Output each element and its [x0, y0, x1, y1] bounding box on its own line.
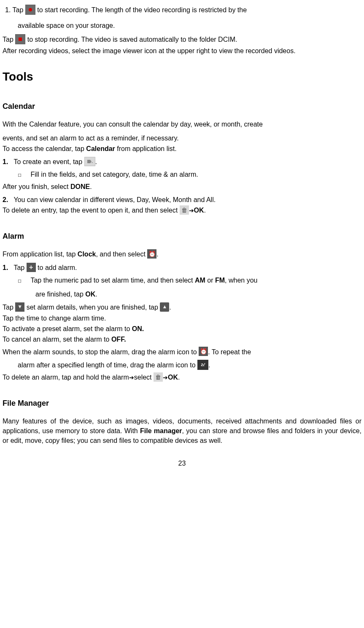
alarm-heading: Alarm: [3, 231, 361, 242]
chevron-down-icon: ▼: [15, 302, 24, 312]
trash-icon: 🗑: [180, 205, 189, 215]
alarm-bullet-or: or: [205, 277, 215, 284]
cal-del-pre: To delete an entry, tap the event to ope…: [3, 207, 180, 214]
cal-step2: 2. You can view calendar in different vi…: [3, 195, 361, 205]
alarm-from: From application list, tap Clock, and th…: [3, 249, 361, 259]
alarm-bullet-cont-pre: are finished, tap: [35, 291, 85, 298]
cal-step1-pre: To create an event, tap: [13, 158, 84, 165]
arrow-icon: ➔: [189, 206, 194, 215]
alarm-cancel: To cancel an alarm, set the alarm to OFF…: [3, 334, 361, 344]
alarm-step1-post: to add alarm.: [38, 264, 77, 271]
alarm-act-on: ON.: [132, 325, 144, 332]
cal-step2-num: 2.: [3, 196, 8, 203]
trash-icon: 🗑: [154, 372, 163, 382]
cal-after-finish: After you finish, select DONE.: [3, 182, 361, 191]
tools-heading: Tools: [3, 68, 361, 86]
alarm-tap-time: Tap the time to change alarm time.: [3, 313, 361, 323]
page-number: 23: [3, 458, 361, 468]
alarm-details: Tap ▼ set alarm details, when you are fi…: [3, 302, 361, 313]
alarm-bullet-content: Tap the numeric pad to set alarm time, a…: [30, 275, 257, 285]
alarm-del-ok: OK: [168, 374, 178, 381]
alarm-det-mid: set alarm details, when you are finished…: [27, 304, 160, 311]
cal-after-pre: After you finish, select: [3, 183, 70, 190]
snooze-icon: zzz: [197, 360, 208, 370]
cal-step1-num: 1.: [3, 158, 8, 165]
alarm-repeat-pre: alarm after a specified length of time, …: [18, 361, 197, 369]
cal-intro1: With the Calendar feature, you can consu…: [3, 119, 361, 129]
alarm-repeat: alarm after a specified length of time, …: [3, 360, 361, 371]
plus-icon: +: [27, 263, 36, 272]
alarm-bullet-pre: Tap the numeric pad to set alarm time, a…: [30, 277, 195, 284]
cal-access-post: from application list.: [115, 145, 177, 152]
cal-del-post: .: [204, 207, 206, 214]
rec-step1-pre: 1. Tap: [5, 6, 25, 13]
page: 1. Tap to start recording. The length of…: [0, 0, 364, 628]
alarm-bullet-cont-post: .: [95, 291, 97, 298]
arrow-icon: ➔: [129, 373, 134, 382]
cal-step2-text: You can view calendar in different views…: [13, 196, 216, 203]
rec-after: After recording videos, select the image…: [3, 46, 361, 56]
cal-access-pre: To access the calendar, tap: [3, 145, 86, 152]
rec-stop-pre: Tap: [3, 36, 15, 43]
rec-stop-post: to stop recording. The video is saved au…: [27, 36, 237, 43]
alarm-bullet-am: AM: [195, 277, 205, 284]
chevron-up-icon: ▲: [160, 302, 169, 312]
dismiss-alarm-icon: ⏰: [199, 347, 208, 356]
bullet-marker: ☐: [18, 170, 21, 179]
alarm-delete: To delete an alarm, tap and hold the ala…: [3, 372, 361, 383]
alarm-bullet-cont: are finished, tap OK.: [3, 289, 361, 299]
rec-step1-post: to start recording. The length of the vi…: [37, 6, 247, 13]
alarm-repeat-post: .: [208, 361, 210, 369]
cal-access: To access the calendar, tap Calendar fro…: [3, 144, 361, 154]
alarm-from-post: .: [156, 251, 158, 258]
cal-step1: 1. To create an event, tap + .: [3, 157, 361, 167]
alarm-sounds-pre: When the alarm sounds, to stop the alarm…: [3, 348, 199, 356]
alarm-bullet-fm: FM: [215, 277, 225, 284]
cal-delete: To delete an entry, tap the event to ope…: [3, 205, 361, 216]
record-icon: [25, 5, 35, 15]
stop-icon: [15, 34, 25, 44]
rec-step1-cont: available space on your storage.: [3, 21, 361, 30]
cal-access-bold: Calendar: [86, 145, 115, 152]
alarm-activate: To activate a preset alarm, set the alar…: [3, 324, 361, 334]
cal-after-post: .: [90, 183, 92, 190]
alarm-step1: 1. Tap + to add alarm.: [3, 263, 361, 273]
cal-step1-post: .: [95, 158, 97, 165]
rec-stop-line: Tap to stop recording. The video is save…: [3, 35, 361, 45]
cal-after-bold: DONE: [70, 183, 90, 190]
alarm-det-post: .: [169, 304, 171, 311]
svg-text:+: +: [92, 161, 93, 164]
filemanager-body: Many features of the device, such as ima…: [3, 416, 361, 446]
alarm-bullet: ☐ Tap the numeric pad to set alarm time,…: [3, 275, 361, 285]
alarm-sounds-post: . To repeat the: [208, 348, 251, 356]
arrow-icon: ➔: [163, 373, 168, 382]
alarm-bullet-post: , when you: [225, 277, 257, 284]
new-event-icon: +: [84, 157, 95, 166]
alarm-step1-num: 1.: [3, 264, 8, 271]
alarm-from-bold: Clock: [78, 251, 96, 258]
alarm-del-post: .: [178, 374, 180, 381]
alarm-from-pre: From application list, tap: [3, 251, 78, 258]
cal-intro2: events, and set an alarm to act as a rem…: [3, 133, 361, 143]
alarm-clock-icon: ⏰: [147, 249, 156, 259]
alarm-del-sel: select: [134, 374, 154, 381]
alarm-cnl-off: OFF.: [111, 336, 126, 343]
cal-del-ok: OK: [194, 207, 204, 214]
bullet-marker: ☐: [18, 276, 21, 285]
alarm-from-mid: , and then select: [96, 251, 147, 258]
cal-bullet-fill-text: Fill in the fields, and set category, da…: [30, 170, 198, 179]
alarm-det-pre: Tap: [3, 304, 15, 311]
calendar-heading: Calendar: [3, 101, 361, 112]
alarm-act-pre: To activate a preset alarm, set the alar…: [3, 325, 132, 332]
alarm-sounds: When the alarm sounds, to stop the alarm…: [3, 347, 361, 357]
cal-bullet-fill: ☐ Fill in the fields, and set category, …: [3, 170, 361, 179]
alarm-cnl-pre: To cancel an alarm, set the alarm to: [3, 336, 111, 343]
rec-step1-line1: 1. Tap to start recording. The length of…: [3, 5, 361, 16]
fm-body-bold: File manager: [140, 427, 182, 434]
alarm-del-pre: To delete an alarm, tap and hold the ala…: [3, 374, 129, 381]
filemanager-heading: File Manager: [3, 398, 361, 409]
alarm-bullet-cont-ok: OK: [85, 291, 95, 298]
alarm-step1-pre: Tap: [13, 264, 26, 271]
